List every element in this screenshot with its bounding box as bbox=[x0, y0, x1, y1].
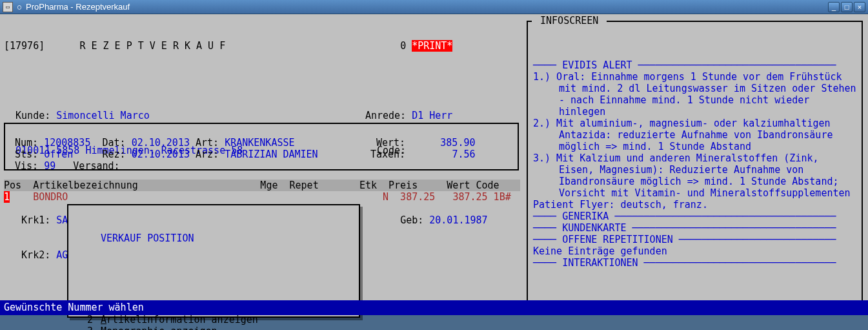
dat-value: 02.10.2013 bbox=[132, 137, 190, 149]
patient-flyer: Patient Flyer: deutsch, franz. bbox=[533, 199, 856, 211]
sep-evidis: ──── EVIDIS ALERT ──────────────────────… bbox=[533, 59, 856, 71]
popup-item-number: 3 bbox=[74, 325, 93, 330]
keine-eintraege: Keine Einträge gefunden bbox=[533, 245, 856, 257]
sep-kundenkarte: ──── KUNDENKARTE ───────────────────────… bbox=[533, 222, 856, 234]
app-icon: ▭ bbox=[3, 2, 13, 12]
row-code: 1B# bbox=[494, 191, 511, 203]
wert-label: Wert: bbox=[376, 137, 405, 149]
kunde-label: Kunde: bbox=[15, 110, 50, 121]
taxen-label: Taxen: bbox=[370, 149, 405, 160]
sts-label: Sts: bbox=[15, 149, 38, 160]
window-title: ProPharma - Rezeptverkauf bbox=[26, 2, 828, 12]
dat-label: Dat: bbox=[103, 137, 126, 149]
title-bullet-icon: ◯ bbox=[15, 3, 23, 11]
art-value: KRANKENKASSE bbox=[225, 137, 294, 149]
taxen-value: 7.56 bbox=[452, 149, 475, 160]
anrede-label: Anrede: bbox=[365, 110, 406, 121]
row-preis: 387.25 bbox=[400, 191, 435, 203]
evidis-alert-item: 1.) Oral: Einnahme morgens 1 Stunde vor … bbox=[533, 71, 856, 118]
krk2-label: Krk2: bbox=[21, 249, 50, 261]
infoscreen-panel: INFOSCREEN ──── EVIDIS ALERT ───────────… bbox=[527, 21, 863, 315]
sep-generika: ──── GENERIKA ──────────────────────────… bbox=[533, 211, 856, 222]
popup-title: VERKAUF POSITION bbox=[101, 232, 354, 244]
popup-item[interactable]: 2Artikelinformation anzeigen bbox=[74, 314, 354, 325]
num-label: Num: bbox=[15, 137, 38, 149]
sts-value: Offen bbox=[44, 149, 73, 160]
row-etk: N bbox=[383, 191, 389, 203]
status-text: Gewünschte Nummer wählen bbox=[4, 302, 144, 313]
versand-label: Versand: bbox=[73, 160, 119, 172]
sep-offene: ──── OFFENE REPETITIONEN ───────────────… bbox=[533, 234, 856, 245]
infoscreen-title: INFOSCREEN bbox=[532, 15, 607, 26]
arz-value: TABRIZIAN DAMIEN bbox=[225, 149, 318, 160]
rez-label: Rez: bbox=[103, 149, 126, 160]
titlebar: ▭ ◯ ProPharma - Rezeptverkauf _ □ × bbox=[0, 0, 868, 14]
maximize-button[interactable]: □ bbox=[841, 2, 853, 12]
receipt-box: Num: 12008835 Dat: 02.10.2013 Art: KRANK… bbox=[4, 123, 519, 170]
num-value: 12008835 bbox=[44, 137, 90, 149]
popup-item-label: Monographie anzeigen bbox=[101, 325, 217, 330]
geb-value: 20.01.1987 bbox=[429, 214, 487, 226]
arz-label: Arz: bbox=[196, 149, 219, 160]
geb-label: Geb: bbox=[400, 214, 423, 226]
vis-value: 99 bbox=[44, 160, 56, 172]
evidis-alert-item: 3.) Mit Kalzium und anderen Mineralstoff… bbox=[533, 152, 856, 199]
popup-item-label: Artikelinformation anzeigen bbox=[101, 314, 258, 325]
row-wert: 387.25 bbox=[452, 191, 487, 203]
popup-item-number: 2 bbox=[74, 314, 93, 325]
popup-item[interactable]: 3Monographie anzeigen bbox=[74, 325, 354, 330]
vis-label: Vis: bbox=[15, 160, 38, 172]
wert-value: 385.90 bbox=[440, 137, 475, 149]
evidis-alert-item: 2.) Mit aluminium-, magnesium- oder kalz… bbox=[533, 118, 856, 152]
table-row[interactable]: 1 BONDRO N 387.25 387.25 1B# bbox=[4, 191, 520, 203]
sep-interakt: ──── INTERAKTIONEN ─────────────────────… bbox=[533, 257, 856, 269]
table-header: Pos Artikelbezeichnung Mge Repet Etk Pre… bbox=[4, 180, 520, 191]
rez-value: 02.10.2013 bbox=[132, 149, 190, 160]
krk1-label: Krk1: bbox=[21, 214, 50, 226]
close-button[interactable]: × bbox=[854, 2, 865, 12]
status-bar: Gewünschte Nummer wählen bbox=[0, 300, 868, 315]
header-zero: 0 bbox=[400, 40, 406, 52]
header-title: R E Z E P T V E R K A U F bbox=[79, 40, 225, 52]
table-header-text: Pos Artikelbezeichnung Mge Repet Etk Pre… bbox=[4, 180, 500, 191]
minimize-button[interactable]: _ bbox=[828, 2, 840, 12]
row-pos: 1 bbox=[4, 191, 10, 203]
header-id: [17976] bbox=[4, 40, 45, 52]
art-label: Art: bbox=[196, 137, 219, 149]
print-flag: *PRINT* bbox=[412, 40, 452, 52]
kunde-name: Simoncelli Marco bbox=[56, 110, 150, 121]
anrede-value: D1 Herr bbox=[412, 110, 452, 121]
row-name: BONDRO bbox=[33, 191, 68, 203]
terminal-area: [17976] R E Z E P T V E R K A U F 0 *PRI… bbox=[0, 14, 868, 315]
